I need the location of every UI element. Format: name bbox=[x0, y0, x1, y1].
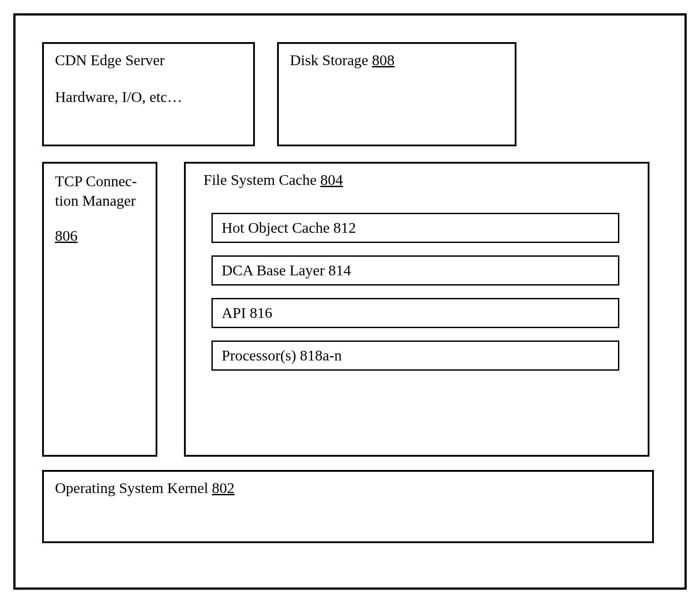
tcp-label: TCP Connec-tion Manager bbox=[55, 172, 145, 211]
diagram-outer-frame: CDN Edge Server Hardware, I/O, etc… Disk… bbox=[13, 13, 687, 590]
disk-label: Disk Storage bbox=[290, 52, 372, 68]
fsc-title-row: File System Cache 804 bbox=[203, 172, 630, 188]
disk-storage-box: Disk Storage 808 bbox=[277, 42, 516, 146]
hot-object-cache-box: Hot Object Cache 812 bbox=[211, 213, 619, 243]
file-system-cache-box: File System Cache 804 Hot Object Cache 8… bbox=[184, 162, 649, 457]
middle-row: TCP Connec-tion Manager 806 File System … bbox=[42, 162, 658, 457]
os-label: Operating System Kernel bbox=[55, 480, 212, 496]
hot-object-cache-label: Hot Object Cache 812 bbox=[222, 219, 356, 236]
top-row: CDN Edge Server Hardware, I/O, etc… Disk… bbox=[42, 42, 658, 146]
cdn-title: CDN Edge Server bbox=[55, 52, 242, 69]
dca-base-layer-box: DCA Base Layer 814 bbox=[211, 255, 619, 286]
tcp-ref: 806 bbox=[55, 226, 145, 246]
processors-box: Processor(s) 818a-n bbox=[211, 341, 619, 371]
dca-base-layer-label: DCA Base Layer 814 bbox=[222, 262, 351, 278]
os-ref: 802 bbox=[212, 480, 235, 496]
operating-system-kernel-box: Operating System Kernel 802 bbox=[42, 470, 654, 543]
api-label: API 816 bbox=[222, 305, 272, 321]
fsc-ref: 804 bbox=[320, 172, 343, 188]
fsc-label: File System Cache bbox=[203, 172, 320, 188]
processors-label: Processor(s) 818a-n bbox=[222, 347, 342, 364]
disk-ref: 808 bbox=[372, 52, 395, 68]
api-box: API 816 bbox=[211, 298, 619, 328]
cdn-edge-server-box: CDN Edge Server Hardware, I/O, etc… bbox=[42, 42, 255, 146]
tcp-connection-manager-box: TCP Connec-tion Manager 806 bbox=[42, 162, 157, 457]
cdn-subtitle: Hardware, I/O, etc… bbox=[55, 89, 242, 106]
